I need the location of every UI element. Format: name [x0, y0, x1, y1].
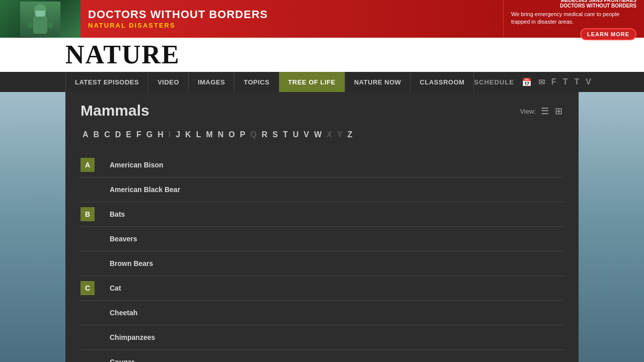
- alpha-j[interactable]: J: [174, 129, 182, 140]
- logo-bar: NATURE: [0, 38, 644, 72]
- alpha-d[interactable]: D: [113, 129, 123, 140]
- ad-learn-more-button[interactable]: LEARN MORE: [580, 28, 636, 40]
- ad-logo-text: MÉDECINS SANS FRONTIÈRESDOCTORS WITHOUT …: [511, 0, 636, 9]
- ad-main-content: DOCTORS WITHOUT BORDERS NATURAL DISASTER…: [80, 0, 503, 38]
- facebook-icon[interactable]: f: [551, 77, 557, 86]
- animal-name-cheetah: Cheetah: [110, 309, 137, 317]
- schedule-label[interactable]: SCHEDULE: [474, 78, 514, 86]
- alphabet-filter: ABCDEFGHIJKLMNOPQRSTUVWXYZ: [80, 129, 564, 140]
- svg-rect-2: [35, 11, 45, 17]
- letter-spacer: [80, 330, 95, 344]
- nav-latest-episodes[interactable]: LATEST EPISODES: [65, 72, 148, 92]
- vimeo-icon[interactable]: v: [586, 77, 592, 86]
- alpha-k[interactable]: K: [183, 129, 193, 140]
- main-nav: LATEST EPISODES VIDEO IMAGES TOPICS TREE…: [0, 72, 644, 92]
- animal-name-cougar: Cougar: [110, 358, 134, 362]
- tumblr-icon[interactable]: t: [574, 77, 580, 86]
- alpha-f[interactable]: F: [134, 129, 143, 140]
- nav-right-section: SCHEDULE 📅 ✉ f t t v: [474, 72, 592, 92]
- svg-point-3: [27, 22, 33, 28]
- alpha-t[interactable]: T: [281, 129, 290, 140]
- nav-topics[interactable]: TOPICS: [234, 72, 279, 92]
- animal-name-beavers: Beavers: [110, 235, 137, 243]
- alpha-s[interactable]: S: [270, 129, 280, 140]
- ad-title: DOCTORS WITHOUT BORDERS: [88, 9, 496, 21]
- animal-row-beavers[interactable]: Beavers: [80, 227, 564, 251]
- alpha-g[interactable]: G: [144, 129, 154, 140]
- nav-classroom[interactable]: CLASSROOM: [411, 72, 474, 92]
- alpha-o[interactable]: O: [226, 129, 236, 140]
- alpha-c[interactable]: C: [102, 129, 112, 140]
- alpha-p[interactable]: P: [238, 129, 248, 140]
- email-icon[interactable]: ✉: [538, 77, 545, 87]
- ad-image: [0, 0, 80, 38]
- ad-subtitle: NATURAL DISASTERS: [88, 22, 496, 29]
- alpha-v[interactable]: V: [301, 129, 311, 140]
- letter-badge-a: A: [80, 158, 95, 172]
- nav-images[interactable]: IMAGES: [189, 72, 234, 92]
- grid-view-button[interactable]: ⊞: [554, 105, 564, 118]
- letter-badge-b: B: [80, 207, 95, 221]
- alpha-n[interactable]: N: [216, 129, 226, 140]
- animal-row-brown-bears[interactable]: Brown Bears: [80, 251, 564, 276]
- site-logo[interactable]: NATURE: [65, 42, 180, 68]
- svg-rect-1: [33, 16, 47, 34]
- animal-name-american-black-bear: American Black Bear: [110, 186, 180, 194]
- animal-name-cat: Cat: [110, 284, 121, 292]
- nav-social-icons: 📅 ✉ f t t v: [522, 77, 592, 87]
- alpha-i: I: [167, 129, 173, 140]
- animal-name-chimpanzees: Chimpanzees: [110, 333, 155, 341]
- ad-description: We bring emergency medical care to peopl…: [511, 11, 636, 25]
- calendar-icon[interactable]: 📅: [522, 77, 532, 87]
- alpha-w[interactable]: W: [312, 129, 324, 140]
- animal-name-bats: Bats: [110, 210, 125, 218]
- animal-list: AAmerican BisonAmerican Black BearBBatsB…: [80, 153, 564, 362]
- alpha-a[interactable]: A: [80, 129, 91, 140]
- alpha-h[interactable]: H: [155, 129, 166, 140]
- ad-person: [20, 2, 60, 37]
- letter-badge-c: C: [80, 281, 95, 295]
- animal-row-cougar[interactable]: Cougar: [80, 350, 564, 362]
- alpha-r[interactable]: R: [260, 129, 270, 140]
- letter-spacer: [80, 256, 95, 270]
- svg-point-4: [47, 22, 53, 28]
- ad-banner: DOCTORS WITHOUT BORDERS NATURAL DISASTER…: [0, 0, 644, 38]
- list-view-button[interactable]: ☰: [540, 105, 550, 118]
- animal-row-bats[interactable]: BBats: [80, 202, 564, 227]
- alpha-e[interactable]: E: [124, 129, 133, 140]
- animal-row-cheetah[interactable]: Cheetah: [80, 301, 564, 325]
- letter-spacer: [80, 183, 95, 197]
- view-controls: View: ☰ ⊞: [520, 105, 564, 118]
- alpha-b[interactable]: B: [92, 129, 102, 140]
- alpha-z[interactable]: Z: [346, 129, 355, 140]
- animal-name-american-bison: American Bison: [110, 161, 164, 169]
- main-content: View: ☰ ⊞ Mammals ABCDEFGHIJKLMNOPQRSTUV…: [65, 92, 579, 362]
- view-label: View:: [520, 108, 536, 115]
- letter-spacer: [80, 355, 95, 362]
- alpha-x: X: [325, 129, 334, 140]
- animal-row-chimpanzees[interactable]: Chimpanzees: [80, 325, 564, 350]
- alpha-l[interactable]: L: [194, 129, 203, 140]
- animal-row-american-bison[interactable]: AAmerican Bison: [80, 153, 564, 177]
- alpha-m[interactable]: M: [204, 129, 214, 140]
- letter-spacer: [80, 232, 95, 246]
- twitter-icon[interactable]: t: [563, 77, 569, 86]
- nav-video[interactable]: VIDEO: [148, 72, 189, 92]
- letter-spacer: [80, 306, 95, 320]
- nav-nature-now[interactable]: NATURE NOW: [345, 72, 411, 92]
- animal-row-cat[interactable]: CCat: [80, 276, 564, 301]
- animal-row-american-black-bear[interactable]: American Black Bear: [80, 177, 564, 202]
- alpha-y: Y: [335, 129, 345, 140]
- animal-name-brown-bears: Brown Bears: [110, 259, 153, 267]
- page-title: Mammals: [80, 102, 564, 119]
- nav-tree-of-life[interactable]: TREE OF LIFE: [279, 72, 345, 92]
- ad-side-content: MÉDECINS SANS FRONTIÈRESDOCTORS WITHOUT …: [503, 0, 644, 38]
- alpha-u[interactable]: U: [291, 129, 301, 140]
- alpha-q: Q: [248, 129, 258, 140]
